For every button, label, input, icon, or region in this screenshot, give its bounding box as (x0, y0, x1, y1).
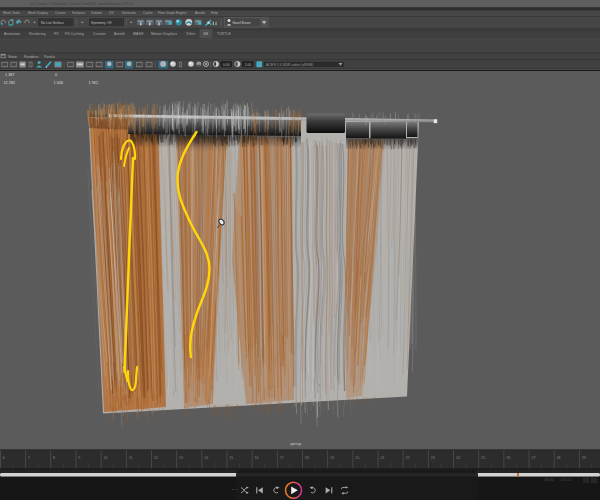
svg-text:ACES 1.0 SDR-video (sRGB): ACES 1.0 SDR-video (sRGB) (266, 63, 313, 67)
svg-text:FX: FX (54, 32, 59, 36)
svg-text:10: 10 (104, 456, 108, 460)
svg-text:9: 9 (78, 456, 80, 460)
svg-text:22: 22 (406, 456, 410, 460)
svg-text:MASH: MASH (133, 32, 144, 36)
svg-text:Arnold: Arnold (114, 32, 124, 36)
svg-text:Hazel Brown: Hazel Brown (233, 21, 251, 25)
svg-text:19: 19 (330, 456, 334, 460)
svg-text:Help: Help (211, 11, 218, 15)
svg-text:21: 21 (380, 456, 384, 460)
svg-text:15: 15 (229, 456, 233, 460)
svg-text:Panels: Panels (44, 55, 55, 59)
svg-text:Flow Graph Engine: Flow Graph Engine (158, 11, 186, 15)
svg-text:Deform: Deform (91, 11, 102, 15)
svg-text:12: 12 (154, 456, 158, 460)
svg-text:7: 7 (28, 456, 30, 460)
svg-text:Mesh Tools: Mesh Tools (3, 11, 20, 15)
svg-text:27: 27 (531, 456, 535, 460)
svg-text:14: 14 (204, 456, 208, 460)
svg-text:persp: persp (291, 441, 302, 446)
svg-text:ya Tutorial, 123element, #Gum: ya Tutorial, 123element, #Gum Tutorial#3… (30, 2, 133, 6)
svg-text:24: 24 (456, 456, 460, 460)
svg-text:12 282: 12 282 (4, 81, 16, 85)
svg-text:0.00: 0.00 (223, 63, 230, 67)
svg-text:25: 25 (481, 456, 485, 460)
svg-text:Generate: Generate (122, 11, 136, 15)
svg-text:1.00: 1.00 (245, 63, 252, 67)
svg-text:Mesh Display: Mesh Display (28, 11, 48, 15)
svg-text:18: 18 (305, 456, 309, 460)
svg-text:FX Caching: FX Caching (65, 32, 84, 36)
svg-text:Symmetry: Off: Symmetry: Off (91, 21, 111, 25)
svg-text:17: 17 (280, 456, 284, 460)
svg-text:26: 26 (506, 456, 510, 460)
svg-text:Arnold: Arnold (195, 11, 205, 15)
svg-text:Animation: Animation (4, 32, 20, 36)
svg-text:Rendering: Rendering (29, 32, 46, 36)
svg-text:Motion Graphics: Motion Graphics (151, 32, 177, 36)
svg-text:1 387: 1 387 (5, 73, 15, 77)
svg-text:Custom: Custom (93, 32, 105, 36)
svg-text:XGen: XGen (186, 32, 195, 36)
svg-text:No Live Surface: No Live Surface (41, 21, 64, 25)
svg-text:11: 11 (129, 456, 133, 460)
svg-text:Show: Show (8, 55, 17, 59)
svg-text:8: 8 (53, 456, 55, 460)
svg-text:1 962: 1 962 (89, 81, 99, 85)
svg-text:23: 23 (431, 456, 435, 460)
svg-text:UV: UV (109, 11, 114, 15)
svg-text:28: 28 (557, 456, 561, 460)
svg-text:30.00: 30.00 (544, 478, 554, 482)
svg-text:1 046: 1 046 (54, 81, 64, 85)
svg-text:0: 0 (55, 73, 57, 77)
svg-text:6: 6 (3, 456, 5, 460)
svg-text:Surfaces: Surfaces (72, 11, 85, 15)
svg-text:200.00: 200.00 (560, 478, 572, 482)
svg-text:13: 13 (179, 456, 183, 460)
svg-text:TURTLE: TURTLE (217, 32, 232, 36)
svg-text:20: 20 (355, 456, 359, 460)
svg-text:Curves: Curves (55, 11, 66, 15)
svg-text:16: 16 (255, 456, 259, 460)
svg-text:Cache: Cache (143, 11, 153, 15)
svg-text:29: 29 (582, 456, 586, 460)
svg-text:Renderer: Renderer (24, 55, 39, 59)
svg-text:GS: GS (203, 32, 209, 36)
